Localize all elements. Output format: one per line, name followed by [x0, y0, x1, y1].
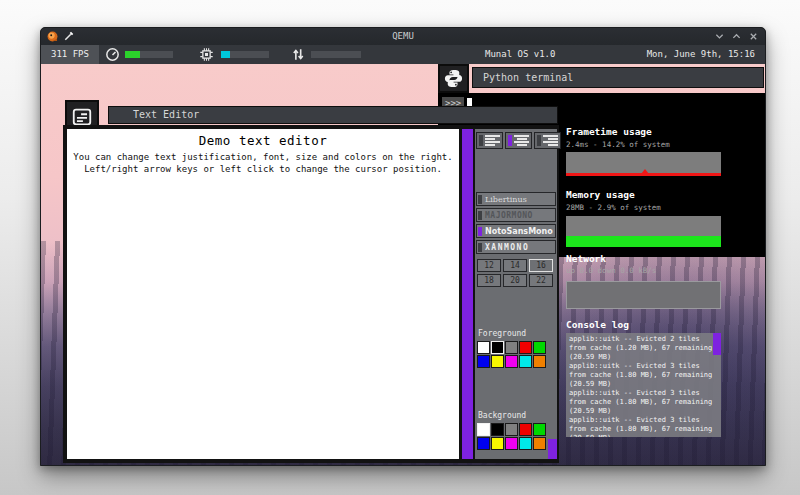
fg-swatch[interactable]: [477, 341, 490, 354]
font-label: MAJORMONO: [485, 211, 533, 220]
network-title: Network: [566, 253, 736, 264]
align-left-icon: [485, 135, 500, 146]
fg-swatch[interactable]: [505, 355, 518, 368]
text-editor-title: Text Editor: [133, 109, 199, 120]
bg-swatch[interactable]: [505, 423, 518, 436]
python-terminal-app-button[interactable]: [438, 64, 469, 93]
console-log-entry: applib::uitk -- Evicted 2 tiles from cac…: [569, 335, 720, 362]
foreground-label: Foreground: [478, 329, 526, 338]
memory-graph-bar: [566, 236, 721, 247]
os-version-label: Munal OS v1.0: [485, 45, 555, 64]
text-editor-titlebar[interactable]: Text Editor: [108, 106, 558, 124]
os-status-bar: 311 FPS: [41, 45, 765, 64]
console-log-entry: applib::uitk -- Evicted 3 tiles from cac…: [569, 362, 720, 389]
size-button[interactable]: 20: [503, 274, 527, 287]
host-desktop: QEMU 311 FPS: [0, 0, 800, 495]
python-icon: [443, 68, 464, 89]
python-terminal-title: Python terminal: [483, 72, 573, 83]
font-label: XANMONO: [485, 243, 529, 252]
fg-swatch[interactable]: [519, 341, 532, 354]
bg-swatch[interactable]: [491, 423, 504, 436]
font-selected-indicator: [478, 211, 482, 220]
editor-line: Left/right arrow keys or left click to c…: [67, 163, 459, 175]
fg-swatch[interactable]: [519, 355, 532, 368]
font-size-grid: 12 14 16 18 20 22: [477, 259, 555, 289]
size-button[interactable]: 12: [477, 259, 501, 272]
network-graph: [566, 281, 721, 309]
qemu-titlebar[interactable]: QEMU: [41, 28, 765, 45]
editor-settings-panel: Libertinus MAJORMONO NotoSansMono X: [475, 129, 557, 459]
console-log-entry: applib::uitk -- Evicted 3 tiles from cac…: [569, 416, 720, 437]
bg-swatch-selected[interactable]: [477, 423, 490, 436]
align-left-indicator: [479, 135, 483, 146]
bg-swatch[interactable]: [477, 437, 490, 450]
fps-counter: 311 FPS: [41, 45, 99, 64]
bg-swatch[interactable]: [519, 437, 532, 450]
panel-scrollbar-thumb[interactable]: [548, 439, 557, 459]
fg-swatch[interactable]: [533, 341, 546, 354]
maximize-icon[interactable]: [732, 32, 741, 41]
frametime-gauge-bar: [125, 51, 173, 58]
console-log-entry: applib::uitk -- Evicted 3 tiles from cac…: [569, 389, 720, 416]
cpu-gauge-fill: [221, 51, 230, 58]
background-color-grid: [477, 423, 549, 450]
munal-desktop: Python terminal >>> Frametime usage 2.4m…: [41, 64, 766, 466]
memory-graph: [566, 216, 721, 247]
network-subtitle: up 0.0 down 0.0 kB/s: [566, 266, 746, 275]
frametime-title: Frametime usage: [566, 126, 736, 137]
cpu-gauge-icon: [199, 47, 214, 62]
fg-swatch[interactable]: [477, 355, 490, 368]
text-editor-window: Demo text editor You can change text jus…: [63, 125, 559, 463]
align-right-icon: [543, 135, 558, 146]
qemu-window: QEMU 311 FPS: [40, 27, 766, 466]
editor-heading: Demo text editor: [67, 133, 459, 148]
size-button-selected[interactable]: 16: [529, 259, 553, 272]
font-option-notosansmono[interactable]: NotoSansMono: [476, 224, 556, 238]
console-scrollbar-thumb[interactable]: [713, 333, 721, 355]
editor-text-area[interactable]: Demo text editor You can change text jus…: [67, 129, 459, 459]
bg-swatch[interactable]: [491, 437, 504, 450]
justification-buttons: [476, 132, 556, 149]
fg-swatch[interactable]: [533, 355, 546, 368]
editor-scrollbar[interactable]: [462, 129, 473, 459]
font-selected-indicator: [478, 243, 482, 252]
clock-label: Mon, June 9th, 15:16: [647, 45, 755, 64]
bg-swatch[interactable]: [505, 437, 518, 450]
fg-swatch-selected[interactable]: [491, 341, 504, 354]
size-button[interactable]: 22: [529, 274, 553, 287]
foreground-color-grid: [477, 341, 549, 368]
align-center-icon: [514, 135, 529, 146]
align-left-button[interactable]: [476, 132, 503, 149]
frametime-graph-spike: [641, 169, 649, 174]
close-icon[interactable]: [749, 32, 758, 41]
font-list: Libertinus MAJORMONO NotoSansMono X: [476, 192, 556, 256]
bg-swatch[interactable]: [533, 423, 546, 436]
align-center-indicator: [508, 135, 512, 146]
fg-swatch[interactable]: [491, 355, 504, 368]
python-terminal-titlebar[interactable]: Python terminal: [472, 67, 764, 88]
fg-swatch[interactable]: [505, 341, 518, 354]
console-log-box: applib::uitk -- Evicted 2 tiles from cac…: [566, 333, 721, 437]
font-label: Libertinus: [485, 195, 527, 204]
minimize-icon[interactable]: [715, 32, 724, 41]
align-right-button[interactable]: [534, 132, 561, 149]
network-gauge-bar: [311, 51, 361, 58]
align-center-button[interactable]: [505, 132, 532, 149]
editor-line: You can change text justification, font,…: [67, 151, 459, 163]
size-button[interactable]: 14: [503, 259, 527, 272]
bg-swatch[interactable]: [533, 437, 546, 450]
font-option-majormono[interactable]: MAJORMONO: [476, 208, 556, 222]
align-right-indicator: [537, 135, 541, 146]
bg-swatch[interactable]: [519, 423, 532, 436]
frametime-gauge-fill: [125, 51, 140, 58]
size-button[interactable]: 18: [477, 274, 501, 287]
font-selected-indicator: [478, 227, 482, 236]
console-log-title: Console log: [566, 319, 736, 330]
frametime-subtitle: 2.4ms - 14.2% of system: [566, 140, 746, 149]
background-label: Background: [478, 411, 526, 420]
font-option-xanmono[interactable]: XANMONO: [476, 240, 556, 254]
frametime-gauge-icon: [105, 47, 120, 62]
memory-subtitle: 28MB - 2.9% of system: [566, 203, 746, 212]
window-controls: [715, 28, 758, 45]
font-option-libertinus[interactable]: Libertinus: [476, 192, 556, 206]
